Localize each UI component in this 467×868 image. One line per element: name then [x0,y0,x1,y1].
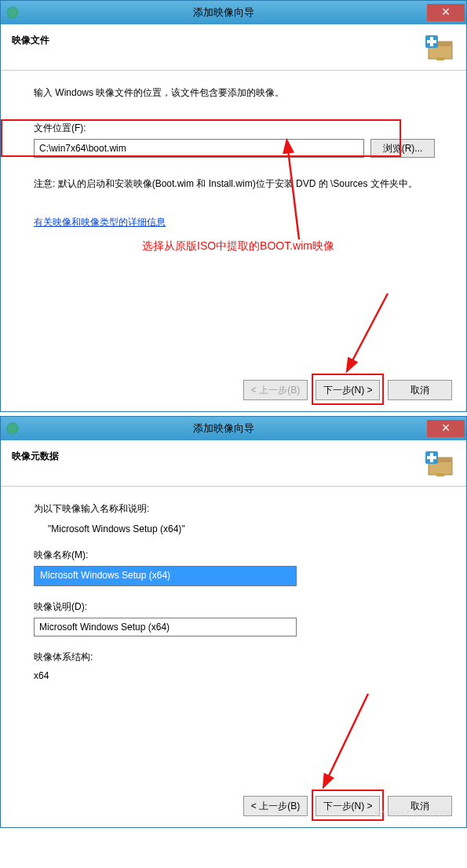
window-title: 添加映像向导 [20,5,427,20]
svg-point-11 [7,423,18,434]
instruction-text: 输入 Windows 映像文件的位置，该文件包含要添加的映像。 [34,86,435,100]
back-button: < 上一步(B) [243,380,308,400]
help-link[interactable]: 有关映像和映像类型的详细信息 [34,217,166,228]
footer: < 上一步(B) 下一步(N) > 取消 [1,785,466,827]
titlebar: 添加映像向导 × [1,417,466,440]
app-icon [5,421,20,436]
close-button[interactable]: × [427,420,465,437]
svg-rect-16 [427,456,436,459]
image-name-input[interactable]: Microsoft Windows Setup (x64) [35,567,296,585]
content-area: 输入 Windows 映像文件的位置，该文件包含要添加的映像。 文件位置(F):… [1,71,466,369]
instruction-text: 为以下映像输入名称和说明: [34,502,435,516]
wizard-icon [422,450,455,478]
watermark: www.i t s k.com [375,807,451,819]
dialog-add-image-wizard-1: 添加映像向导 × 映像文件 输入 Windows 映像文件的位置，该文件包含要添… [0,0,467,412]
titlebar: 添加映像向导 × [1,1,466,24]
image-identifier: "Microsoft Windows Setup (x64)" [48,523,435,534]
svg-rect-17 [436,473,444,476]
window-title: 添加映像向导 [20,421,427,436]
wizard-icon [422,34,455,62]
header-section: 映像文件 [1,24,466,71]
app-icon [5,5,20,20]
header-title: 映像元数据 [12,448,59,463]
content-area: 为以下映像输入名称和说明: "Microsoft Windows Setup (… [1,487,466,785]
back-button[interactable]: < 上一步(B) [243,796,308,816]
annotation-box-next [312,790,384,821]
header-title: 映像文件 [12,32,49,47]
image-arch-label: 映像体系结构: [34,651,435,664]
image-name-field-wrapper: Microsoft Windows Setup (x64) [34,566,297,586]
footer: < 上一步(B) 下一步(N) > 取消 [1,369,466,411]
annotation-box-next [312,374,384,405]
image-desc-input[interactable] [34,618,297,636]
note-text: 注意: 默认的启动和安装映像(Boot.wim 和 Install.wim)位于… [34,177,435,191]
image-desc-label: 映像说明(D): [34,600,435,614]
image-arch-value: x64 [34,670,435,681]
annotation-text: 选择从原版ISO中提取的BOOT.wim映像 [142,239,334,253]
dialog-add-image-wizard-2: 添加映像向导 × 映像元数据 为以下映像输入名称和说明: "Microsoft … [0,416,467,828]
annotation-box-file [1,119,401,157]
svg-line-8 [287,144,299,239]
close-button[interactable]: × [427,4,465,21]
cancel-button[interactable]: 取消 [388,380,452,400]
svg-rect-5 [427,40,436,43]
header-section: 映像元数据 [1,440,466,487]
svg-rect-6 [436,57,444,60]
svg-point-0 [7,7,18,18]
image-name-label: 映像名称(M): [34,549,435,562]
